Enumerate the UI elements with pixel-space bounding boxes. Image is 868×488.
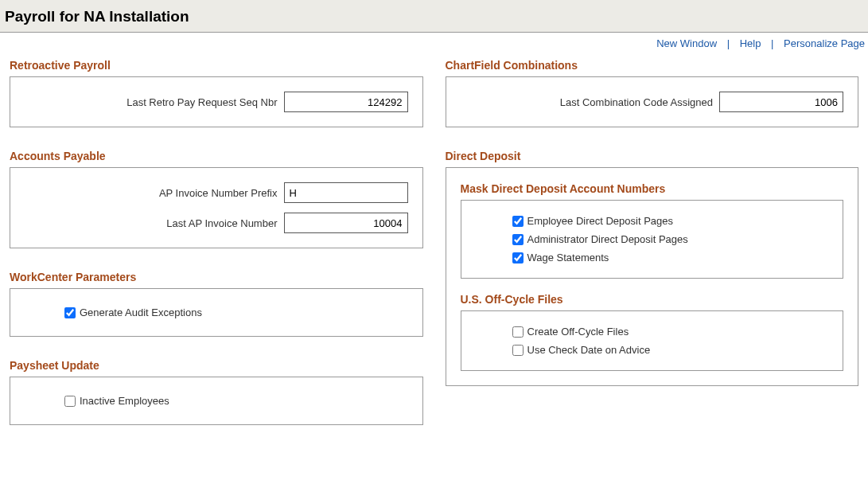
right-column: ChartField Combinations Last Combination… [446,59,859,447]
ap-prefix-label: AP Invoice Number Prefix [25,187,284,199]
wage-checkbox[interactable] [512,252,524,264]
field-input-wrap [284,92,408,112]
last-combo-label: Last Combination Code Assigned [461,96,720,108]
content: Retroactive Payroll Last Retro Pay Reque… [0,59,868,463]
emp-dd-label: Employee Direct Deposit Pages [527,215,674,227]
admin-dd-checkbox[interactable] [512,234,524,245]
ap-last-inv-label: Last AP Invoice Number [25,217,284,229]
mask-dd-section: Mask Direct Deposit Account Numbers Empl… [461,182,844,279]
section-title: Retroactive Payroll [10,59,423,72]
chartfield-section: ChartField Combinations Last Combination… [446,59,859,127]
create-offcycle-row: Create Off-Cycle Files [473,322,832,341]
admin-dd-row: Administrator Direct Deposit Pages [473,230,832,248]
inner-title: Mask Direct Deposit Account Numbers [461,182,844,195]
separator: | [767,37,777,49]
help-link[interactable]: Help [737,37,765,49]
retroactive-payroll-section: Retroactive Payroll Last Retro Pay Reque… [10,59,423,127]
section-box: Last Retro Pay Request Seq Nbr [10,76,423,127]
inner-title: U.S. Off-Cycle Files [461,293,844,306]
gen-audit-row: Generate Audit Exceptions [25,303,408,322]
field-input-wrap [719,92,843,112]
accounts-payable-section: Accounts Payable AP Invoice Number Prefi… [10,150,423,248]
field-row: AP Invoice Number Prefix [25,182,408,203]
inner-box: Create Off-Cycle Files Use Check Date on… [461,310,844,371]
admin-dd-label: Administrator Direct Deposit Pages [527,233,688,245]
create-offcycle-checkbox[interactable] [512,326,524,338]
use-checkdate-checkbox[interactable] [512,345,524,356]
new-window-link[interactable]: New Window [653,37,720,49]
section-title: Paysheet Update [10,359,423,372]
use-checkdate-label: Use Check Date on Advice [527,344,651,356]
left-column: Retroactive Payroll Last Retro Pay Reque… [10,59,423,447]
inactive-emp-checkbox[interactable] [64,396,76,407]
separator: | [723,37,734,49]
use-checkdate-row: Use Check Date on Advice [473,341,832,359]
gen-audit-checkbox[interactable] [64,307,76,318]
field-row: Last Combination Code Assigned [461,92,844,112]
section-box: Last Combination Code Assigned [446,76,859,127]
wage-row: Wage Statements [473,248,832,267]
section-title: ChartField Combinations [446,59,859,72]
section-box: Mask Direct Deposit Account Numbers Empl… [446,167,859,386]
wage-label: Wage Statements [527,252,609,264]
ap-prefix-input[interactable] [284,182,408,203]
section-title: WorkCenter Parameters [10,271,423,283]
last-retro-seq-label: Last Retro Pay Request Seq Nbr [25,96,284,108]
field-input-wrap [284,213,408,233]
section-box: Inactive Employees [10,377,423,425]
title-bar: Payroll for NA Installation [0,0,868,33]
section-box: Generate Audit Exceptions [10,288,423,337]
last-combo-input[interactable] [719,92,843,112]
field-input-wrap [284,182,408,203]
section-title: Accounts Payable [10,150,423,162]
section-box: AP Invoice Number Prefix Last AP Invoice… [10,167,423,248]
emp-dd-row: Employee Direct Deposit Pages [473,212,832,230]
toolbar-links: New Window | Help | Personalize Page [0,33,868,59]
paysheet-update-section: Paysheet Update Inactive Employees [10,359,423,425]
inactive-emp-row: Inactive Employees [25,392,408,410]
field-row: Last Retro Pay Request Seq Nbr [25,92,408,112]
workcenter-section: WorkCenter Parameters Generate Audit Exc… [10,271,423,337]
offcycle-section: U.S. Off-Cycle Files Create Off-Cycle Fi… [461,293,844,371]
last-retro-seq-input[interactable] [284,92,408,112]
inner-box: Employee Direct Deposit Pages Administra… [461,200,844,279]
direct-deposit-section: Direct Deposit Mask Direct Deposit Accou… [446,150,859,386]
gen-audit-label: Generate Audit Exceptions [80,306,202,318]
ap-last-inv-input[interactable] [284,213,408,233]
inactive-emp-label: Inactive Employees [80,395,169,407]
create-offcycle-label: Create Off-Cycle Files [527,326,629,338]
section-title: Direct Deposit [446,150,859,162]
field-row: Last AP Invoice Number [25,213,408,233]
personalize-link[interactable]: Personalize Page [780,37,868,49]
page-title: Payroll for NA Installation [5,8,863,25]
emp-dd-checkbox[interactable] [512,216,524,227]
